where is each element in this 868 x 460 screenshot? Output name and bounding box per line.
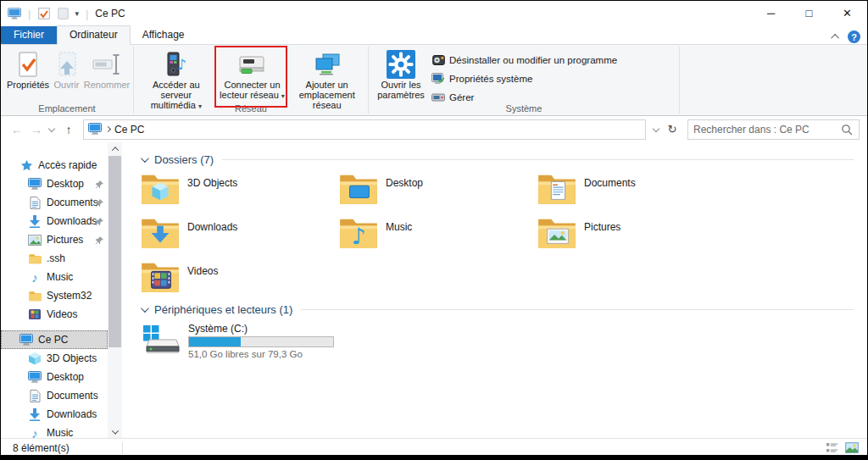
sidebar-item-desktop[interactable]: Desktop [1,175,108,193]
title-bar: | ▾ | Ce PC ─ □ ✕ [1,1,867,26]
folder-icon [28,253,42,264]
refresh-icon[interactable]: ↻ [665,123,680,136]
ribbon-tab-bar: Fichier Ordinateur Affichage [1,26,867,45]
folder-icon [28,291,42,302]
navigation-pane: Accès rapide Desktop Documents Downloads… [1,142,108,438]
sidebar-item-ssh[interactable]: .ssh [1,249,108,268]
search-input[interactable] [693,124,840,136]
section-header-dossiers[interactable]: Dossiers (7) [141,153,854,166]
folder-tile-pictures[interactable]: Pictures [537,217,854,254]
chevron-down-icon [141,304,149,313]
open-icon [53,49,81,80]
minimize-button[interactable]: ─ [752,1,790,25]
address-dropdown-icon[interactable] [653,125,659,131]
uninstall-program-button[interactable]: Désinstaller ou modifier un programme [428,51,620,69]
qat-separator: | [26,8,32,20]
folder-tile-3d-objects[interactable]: 3D Objects [141,173,339,210]
sidebar-item-documents[interactable]: Documents [1,193,108,212]
details-view-icon[interactable] [825,442,838,453]
system-properties-icon [431,73,445,85]
pin-icon [95,180,103,191]
folder-tile-desktop[interactable]: Desktop [339,173,537,210]
group-label-emplacement: Emplacement [1,103,133,114]
tab-affichage[interactable]: Affichage [131,26,197,44]
drive-name: Système (C:) [188,323,334,335]
maximize-button[interactable]: □ [790,1,828,25]
section-title: Périphériques et lecteurs (1) [154,303,292,316]
address-bar[interactable]: Ce PC [83,119,646,140]
explorer-window: | ▾ | Ce PC ─ □ ✕ Fichier Ordinateur Aff… [0,0,868,460]
rename-button[interactable]: Renommer [82,47,131,91]
close-button[interactable]: ✕ [828,1,866,25]
open-settings-button[interactable]: Ouvrir les paramètres [374,47,428,102]
sidebar-item-downloads-2[interactable]: Downloads [1,405,108,424]
manage-icon [431,92,445,103]
tab-ordinateur[interactable]: Ordinateur [57,25,131,45]
drive-usage-bar [188,336,334,347]
address-location-icon [88,123,102,136]
scroll-down-icon[interactable] [108,425,122,438]
document-icon [28,197,42,209]
scrollbar-thumb[interactable] [108,156,121,347]
sidebar-item-videos[interactable]: Videos [1,305,108,324]
sidebar-item-system32[interactable]: System32 [1,286,108,305]
sidebar-item-downloads[interactable]: Downloads [1,212,108,230]
sidebar-item-pictures[interactable]: Pictures [1,230,108,249]
breadcrumb-chevron-icon[interactable] [105,126,111,132]
status-separator [122,442,123,454]
folder-tile-documents[interactable]: Documents [537,173,854,210]
sidebar-item-ce-pc[interactable]: Ce PC [1,330,108,349]
back-button[interactable]: ← [8,123,25,136]
help-icon[interactable]: ? [848,30,860,43]
folder-3d-objects-icon [141,173,180,208]
add-network-location-button[interactable]: Ajouter un emplacement réseau [287,47,366,112]
drive-usage-fill [189,337,241,346]
search-box [687,119,860,140]
folder-tile-music[interactable]: ♪ Music [339,217,537,254]
media-server-icon: ♪ [163,49,190,80]
group-label-reseau: Réseau [134,103,368,114]
up-button[interactable]: ↑ [60,123,77,136]
scroll-up-icon[interactable] [108,142,122,155]
group-reseau: ♪ Accéder au serveur multimédia ▾ Connec… [134,45,368,115]
section-title: Dossiers (7) [154,153,214,166]
sidebar-item-3d-objects[interactable]: 3D Objects [1,349,108,368]
file-list-area: Dossiers (7) 3D Objects Desktop Document… [122,142,867,438]
section-header-peripheriques[interactable]: Périphériques et lecteurs (1) [141,303,854,316]
system-properties-button[interactable]: Propriétés système [428,69,620,87]
folder-tile-downloads[interactable]: Downloads [141,217,339,254]
breadcrumb[interactable]: Ce PC [114,124,144,136]
forward-button[interactable]: → [28,123,45,136]
monitor-icon [28,178,42,191]
recent-locations-icon[interactable] [48,125,55,131]
group-label-systeme: Système [369,103,679,114]
open-button[interactable]: Ouvrir [51,47,82,91]
tab-fichier[interactable]: Fichier [1,26,57,44]
sidebar-scrollbar[interactable] [108,142,122,438]
properties-button[interactable]: Propriétés [5,47,51,91]
sidebar-item-quick-access[interactable]: Accès rapide [1,156,108,175]
folder-tile-videos[interactable]: Videos [141,261,339,298]
search-icon[interactable] [840,124,854,136]
uninstall-icon [431,54,445,66]
new-folder-quick-icon[interactable] [56,8,70,19]
computer-icon [19,334,33,346]
quick-access-toolbar: | ▾ | [8,7,90,20]
properties-quick-icon[interactable] [37,8,51,19]
pin-icon [95,236,103,247]
sidebar-item-documents-2[interactable]: Documents [1,386,108,405]
thumbnails-view-icon[interactable] [845,442,859,453]
properties-icon [14,49,42,80]
drive-c-icon [141,323,180,359]
settings-gear-icon [387,49,415,80]
drive-tile-system-c[interactable]: Système (C:) 51,0 Go libres sur 79,3 Go [141,323,854,359]
sidebar-item-desktop-2[interactable]: Desktop [1,368,108,386]
sidebar-item-music-2[interactable]: ♪ Music [1,424,108,442]
map-network-drive-button[interactable]: Connecter un lecteur réseau ▾ [217,47,288,103]
sidebar-item-music[interactable]: ♪ Music [1,268,108,286]
qat-dropdown-icon[interactable]: ▾ [75,9,79,18]
svg-text:♪: ♪ [177,56,186,73]
ribbon: Propriétés Ouvrir Renommer Emplacement ♪… [1,45,867,116]
folder-downloads-icon [141,217,180,252]
folder-videos-icon [141,261,180,296]
